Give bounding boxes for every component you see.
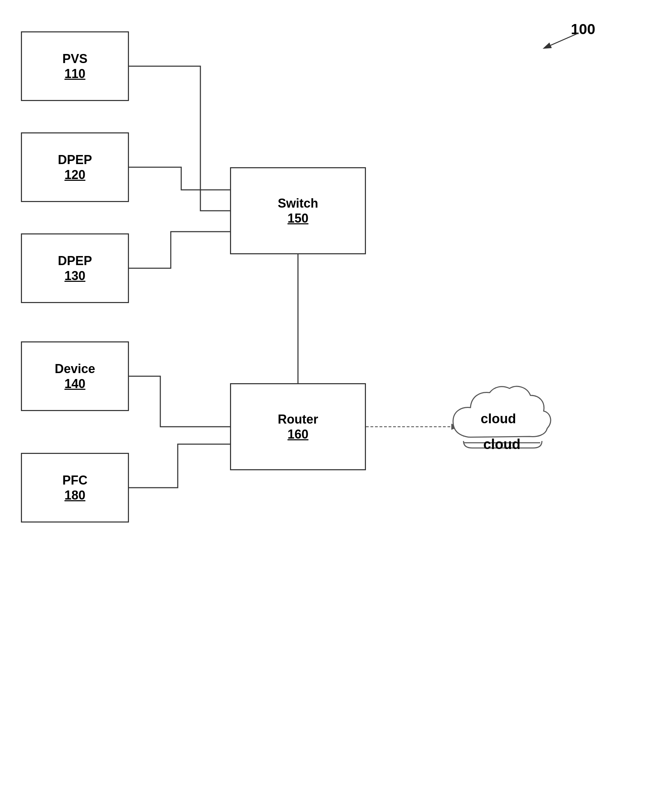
switch-node: Switch 150 bbox=[230, 167, 366, 254]
device-number: 140 bbox=[64, 377, 86, 391]
dpep2-number: 130 bbox=[64, 269, 86, 283]
switch-label: Switch bbox=[278, 196, 318, 211]
dpep1-node: DPEP 120 bbox=[21, 132, 129, 202]
dpep1-label: DPEP bbox=[58, 152, 92, 167]
pfc-number: 180 bbox=[64, 488, 86, 503]
pvs-number: 110 bbox=[64, 67, 86, 81]
svg-text:cloud: cloud bbox=[481, 411, 516, 426]
router-node: Router 160 bbox=[230, 383, 366, 470]
diagram-ref-label: 100 bbox=[571, 21, 595, 38]
pvs-label: PVS bbox=[63, 51, 87, 66]
dpep1-number: 120 bbox=[64, 168, 86, 182]
router-label: Router bbox=[278, 412, 318, 427]
pvs-node: PVS 110 bbox=[21, 31, 129, 101]
router-number: 160 bbox=[287, 427, 309, 442]
pfc-node: PFC 180 bbox=[21, 453, 129, 522]
switch-number: 150 bbox=[287, 211, 309, 226]
network-diagram: 100 PVS 110 bbox=[0, 0, 651, 812]
device-node: Device 140 bbox=[21, 341, 129, 411]
pfc-label: PFC bbox=[63, 473, 87, 488]
dpep2-label: DPEP bbox=[58, 253, 92, 268]
dpep2-node: DPEP 130 bbox=[21, 234, 129, 303]
cloud-svg: cloud bbox=[443, 378, 554, 455]
device-label: Device bbox=[55, 361, 95, 376]
